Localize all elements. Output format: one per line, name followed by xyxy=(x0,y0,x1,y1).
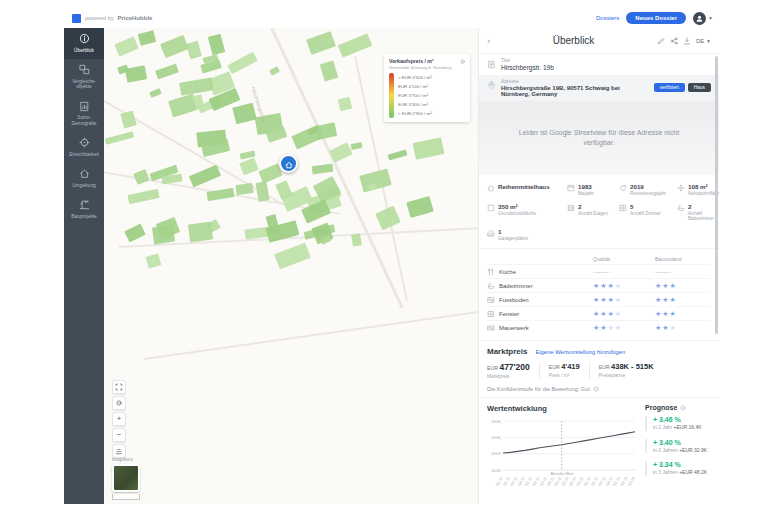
wertentwicklung-section: Wertentwicklung 550K500K450K400KAktuelle… xyxy=(479,398,719,493)
house-icon xyxy=(487,184,495,193)
map-parcel xyxy=(338,97,352,111)
built-year-icon xyxy=(567,184,575,193)
sidebar-item-label: Umgebung xyxy=(72,183,95,189)
sidebar-erreichbarkeit-icon xyxy=(79,137,90,150)
legend-entry: > EUR 4'500 / m² xyxy=(398,73,432,82)
sidebar-item-erreichbarkeit[interactable]: Erreichbarkeit xyxy=(64,132,104,163)
svg-text:400K: 400K xyxy=(491,468,501,473)
kitchen-icon xyxy=(487,268,495,276)
panel-title: Überblick xyxy=(490,35,657,46)
stat-anzahl-etagen: 2Anzahl Etagen xyxy=(567,203,619,221)
map-parcel xyxy=(105,131,135,144)
ratings-column-bauzustand: Bauzustand xyxy=(655,256,711,262)
add-own-valuation-link[interactable]: Eigene Wertvorstellung hinzufügen xyxy=(535,349,625,355)
prognose-item: + 3.34 %in 3 Jahren +EUR 48.2K xyxy=(645,461,719,476)
stat-garagenplätze: 1Garagenplätze xyxy=(487,228,567,241)
sidebar-item-umgebung[interactable]: Umgebung xyxy=(64,163,104,194)
stat-value: 2 xyxy=(578,203,608,210)
new-dossier-button[interactable]: Neues Dossier xyxy=(626,12,686,24)
map-parcel xyxy=(359,169,391,193)
wall-icon xyxy=(487,324,495,332)
prognose-amount: +EUR 16.4K xyxy=(674,424,702,430)
legend-entry: < EUR 2'900 / m² xyxy=(398,109,432,118)
star-rating: ——— xyxy=(655,268,711,275)
sidebar-item-label: Bauprojekte xyxy=(71,214,97,220)
star-icon: ★ xyxy=(608,282,615,289)
stat-label: Garagenplätze xyxy=(498,236,528,241)
app-window: powered by PriceHubble Dossiers Neues Do… xyxy=(64,8,719,504)
panel-scrollbar[interactable] xyxy=(715,56,718,334)
dossiers-link[interactable]: Dossiers xyxy=(596,15,619,21)
marktpreis-heading: Marktpreis xyxy=(487,347,527,356)
star-icon: ★ xyxy=(600,310,607,317)
streetview-message: Leider ist Google Streetview für diese A… xyxy=(512,128,687,148)
map-controls: +− xyxy=(112,380,126,458)
map-bottom-widgets: mapbox xyxy=(112,456,140,500)
edit-icon[interactable] xyxy=(657,37,665,45)
map-scale-bar xyxy=(112,494,140,500)
map-parcel xyxy=(161,173,182,184)
star-icon: ★ xyxy=(608,296,615,303)
stat-value: 1 xyxy=(498,228,528,235)
price-value: 477'200 xyxy=(499,362,529,372)
sidebar: ÜberblickVergleichs-objekteSozio-Demogra… xyxy=(64,28,104,504)
sidebar-item-label: Erreichbarkeit xyxy=(69,152,99,158)
zoom-out-button[interactable]: − xyxy=(112,428,126,442)
star-icon: ★ xyxy=(670,310,677,317)
star-icon: ★ xyxy=(615,310,622,317)
stat-baujahr: 1983Baujahr xyxy=(567,183,619,196)
map-parcel xyxy=(186,41,202,60)
avatar[interactable] xyxy=(693,12,706,25)
star-icon: ★ xyxy=(615,324,622,331)
living-area-icon xyxy=(677,184,685,193)
star-icon: ★ xyxy=(670,282,677,289)
prognose-period: in 2 Jahren xyxy=(653,447,679,453)
satellite-style-toggle[interactable] xyxy=(112,464,140,492)
map-parcel xyxy=(227,52,257,74)
info-icon[interactable] xyxy=(593,386,599,392)
star-icon: ★ xyxy=(670,324,677,331)
locate-button[interactable] xyxy=(112,396,126,410)
stat-nettowohnfläche: 108 m²Nettowohnfläche xyxy=(677,183,719,196)
star-icon: ★ xyxy=(670,296,677,303)
info-icon[interactable] xyxy=(680,405,686,411)
property-marker[interactable] xyxy=(279,154,298,173)
rating-row-name: Mauerwerk xyxy=(499,325,529,331)
rating-row-fussboden: Fussboden★★★★★★★ xyxy=(487,292,711,306)
language-selector[interactable]: DE ▼ xyxy=(696,38,711,44)
currency-label: EUR xyxy=(487,365,499,371)
user-menu[interactable]: ▼ xyxy=(693,12,713,25)
price-label: Preisspanne xyxy=(599,373,654,378)
sidebar-item-sozio-demografie[interactable]: Sozio-Demografie xyxy=(64,96,104,133)
map-canvas[interactable]: Hirschbergstraße Verkaufspreis / m² Geme… xyxy=(104,28,478,504)
share-icon[interactable] xyxy=(670,37,678,45)
topbar-actions: Dossiers Neues Dossier ▼ xyxy=(596,12,713,25)
title-value: Hirschbergstr. 19b xyxy=(501,64,554,71)
star-icon: ★ xyxy=(662,310,669,317)
price-marktpreis: EUR 477'200Marktpreis xyxy=(487,362,539,379)
map-parcel xyxy=(125,65,147,83)
address-badge-dark: Haus xyxy=(688,83,711,92)
fullscreen-button[interactable] xyxy=(112,380,126,394)
star-rating: ★★★★ xyxy=(593,324,655,332)
currency-label: EUR xyxy=(549,364,561,370)
sidebar-item-bauprojekte[interactable]: Bauprojekte xyxy=(64,194,104,225)
prognose-percent: + 3.46 % xyxy=(653,416,719,423)
info-icon[interactable] xyxy=(460,59,465,64)
bathroom-icon xyxy=(487,282,495,290)
price-value: 4'419 xyxy=(561,362,579,371)
export-icon[interactable] xyxy=(683,37,691,45)
legend-entry: EUR 3'300 / m² xyxy=(398,100,432,109)
map-parcel xyxy=(388,149,408,160)
rating-row-badezimmer: Badezimmer★★★★★★★ xyxy=(487,278,711,292)
sidebar-item-label: Sozio-Demografie xyxy=(66,115,102,126)
star-rating: ★★★ xyxy=(655,282,711,290)
sidebar-item-überblick[interactable]: Überblick xyxy=(64,28,104,59)
star-rating: ——— xyxy=(593,268,655,275)
address-badge-blue: verifiziert xyxy=(654,83,685,92)
map-parcel xyxy=(138,30,157,46)
sidebar-item-vergleichs-objekte[interactable]: Vergleichs-objekte xyxy=(64,59,104,96)
sidebar-item-label: Überblick xyxy=(74,48,94,54)
zoom-in-button[interactable]: + xyxy=(112,412,126,426)
prognose-amount: +EUR 32.9K xyxy=(679,447,707,453)
